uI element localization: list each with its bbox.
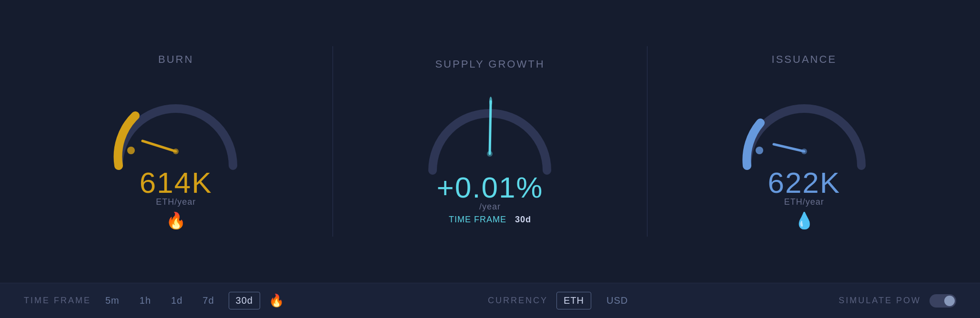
- currency-label: CURRENCY: [488, 296, 548, 306]
- simulate-label: SIMULATE PoW: [839, 296, 921, 306]
- timeframe-5m-button[interactable]: 5m: [100, 292, 125, 309]
- burn-label: BURN: [158, 53, 193, 66]
- svg-line-0: [142, 141, 176, 151]
- issuance-icon: 💧: [794, 211, 814, 230]
- issuance-section: ISSUANCE 622K ETH/year 💧: [647, 53, 961, 230]
- svg-point-7: [801, 149, 807, 154]
- timeframe-30d-button[interactable]: 30d: [229, 292, 260, 309]
- svg-point-5: [487, 151, 493, 157]
- supply-growth-label: SUPPLY GROWTH: [435, 58, 545, 70]
- fire-mode-button[interactable]: 🔥: [269, 293, 284, 308]
- currency-eth-button[interactable]: ETH: [556, 292, 591, 309]
- timeframe-label: TIME FRAME: [24, 296, 91, 306]
- toggle-track: [929, 294, 956, 308]
- simulate-toggle[interactable]: [929, 294, 956, 308]
- burn-section: BURN 614K ETH/year 🔥: [19, 53, 333, 230]
- svg-point-4: [489, 97, 492, 106]
- svg-point-8: [756, 147, 763, 154]
- burn-icon: 🔥: [166, 211, 186, 230]
- timeframe-1h-button[interactable]: 1h: [134, 292, 157, 309]
- svg-point-1: [173, 149, 179, 154]
- supply-growth-timeframe-value: 30d: [515, 215, 531, 224]
- issuance-gauge: [728, 70, 880, 175]
- burn-gauge: [100, 70, 252, 175]
- supply-growth-section: SUPPLY GROWTH +0.01% /year TIME FRAME 30…: [333, 58, 647, 225]
- svg-point-2: [127, 147, 135, 154]
- toggle-thumb: [944, 296, 955, 306]
- supply-growth-timeframe-label: TIME FRAME: [449, 215, 506, 224]
- issuance-label: ISSUANCE: [772, 53, 837, 66]
- issuance-gauge-svg: [728, 70, 880, 175]
- burn-gauge-svg: [100, 70, 252, 175]
- supply-growth-gauge-svg: [414, 75, 566, 180]
- main-content: BURN 614K ETH/year 🔥 SUPPLY GROWTH: [0, 0, 980, 283]
- svg-line-6: [774, 144, 804, 151]
- simulate-section: SIMULATE PoW: [839, 294, 956, 308]
- svg-line-3: [490, 101, 491, 154]
- timeframe-7d-button[interactable]: 7d: [197, 292, 220, 309]
- timeframe-1d-button[interactable]: 1d: [165, 292, 188, 309]
- supply-growth-gauge: [414, 75, 566, 180]
- timeframe-section: TIME FRAME 5m 1h 1d 7d 30d 🔥: [24, 292, 284, 309]
- bottom-bar: TIME FRAME 5m 1h 1d 7d 30d 🔥 CURRENCY ET…: [0, 283, 980, 318]
- currency-section: CURRENCY ETH USD: [488, 292, 635, 309]
- supply-growth-timeframe: TIME FRAME 30d: [449, 215, 531, 225]
- currency-usd-button[interactable]: USD: [600, 292, 635, 309]
